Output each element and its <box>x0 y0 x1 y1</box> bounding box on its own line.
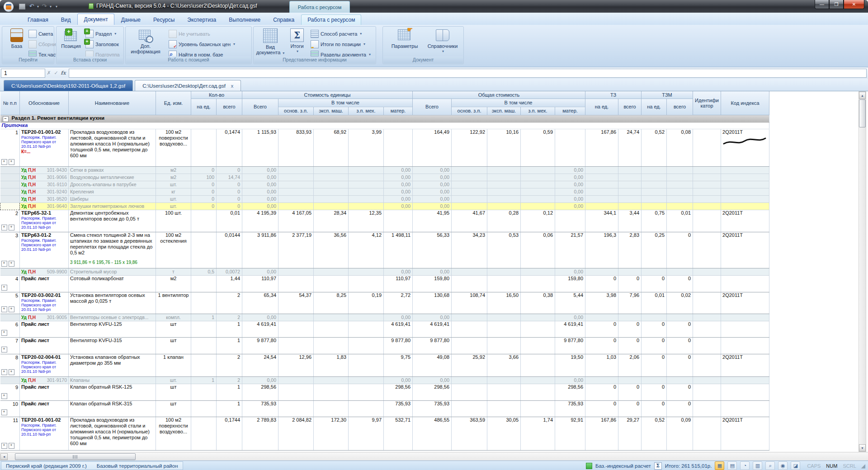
value-cell[interactable]: 21,57 <box>555 232 585 268</box>
value-cell[interactable] <box>349 400 384 417</box>
value-cell[interactable]: 130,68 <box>413 292 452 314</box>
row-number-cell[interactable]: 5++ <box>0 292 20 314</box>
value-cell[interactable]: 0 <box>618 337 642 354</box>
col-header-ucost-vsego[interactable]: Всего <box>242 99 278 115</box>
col-header-tzm[interactable]: ТЗМ <box>642 91 693 99</box>
value-cell[interactable] <box>487 337 521 354</box>
value-cell[interactable] <box>521 188 555 195</box>
ribbon-tab-Справка[interactable]: Справка <box>267 15 300 25</box>
value-cell[interactable] <box>314 195 349 202</box>
value-cell[interactable]: 3,98 <box>585 292 618 314</box>
name-cell[interactable]: Установка клапанов обратных диаметром до… <box>69 354 156 376</box>
value-cell[interactable]: 41,95 <box>413 210 452 232</box>
value-cell[interactable]: 2 084,82 <box>278 417 314 450</box>
value-cell[interactable] <box>487 174 521 181</box>
value-cell[interactable] <box>487 181 521 188</box>
value-cell[interactable]: 0 <box>642 354 667 376</box>
index-code-cell[interactable]: 2Q2011Т <box>721 417 769 450</box>
value-cell[interactable]: 0 <box>667 275 693 292</box>
justification-cell[interactable]: Прайс лист <box>20 321 69 337</box>
section-title[interactable]: −Раздел 1. Ремонт вентиляции кухни <box>0 115 769 122</box>
value-cell[interactable]: 0 <box>618 275 642 292</box>
value-cell[interactable]: 172,30 <box>314 417 349 450</box>
value-cell[interactable] <box>487 400 521 417</box>
value-cell[interactable] <box>384 129 413 166</box>
value-cell[interactable]: 68,92 <box>314 129 349 166</box>
value-cell[interactable]: 0,09 <box>667 417 693 450</box>
value-cell[interactable]: 0 <box>585 337 618 354</box>
resource-row[interactable]: Уд П,Н301-9110Дроссель-клапаны в патрубк… <box>0 181 769 188</box>
expand-icon[interactable]: + <box>9 306 14 312</box>
col-header-tzm-total[interactable]: всего <box>667 99 693 115</box>
horizontal-scroll-thumb[interactable] <box>15 453 136 460</box>
value-cell[interactable] <box>693 181 721 188</box>
value-cell[interactable]: 0,12 <box>521 210 555 232</box>
value-cell[interactable] <box>521 275 555 292</box>
resource-name-cell[interactable]: Крепления <box>69 188 156 195</box>
unit-cell[interactable]: м2 <box>156 275 191 292</box>
ne-uchityvat-button[interactable]: Не учитывать <box>169 29 235 38</box>
value-cell[interactable]: 0 <box>217 202 242 210</box>
value-cell[interactable]: 0,00 <box>384 314 413 321</box>
ribbon-tab-Главная[interactable]: Главная <box>22 15 54 25</box>
value-cell[interactable]: 0,5 <box>191 268 217 275</box>
resource-unit-cell[interactable]: т <box>156 268 191 275</box>
value-cell[interactable]: 0,00 <box>242 202 278 210</box>
value-cell[interactable]: 1 115,93 <box>242 129 278 166</box>
value-cell[interactable]: 9 877,80 <box>555 337 585 354</box>
value-cell[interactable]: 2 789,83 <box>242 417 278 450</box>
index-code-cell[interactable] <box>721 195 769 202</box>
view-hp-icon[interactable]: ▥ <box>753 461 762 470</box>
position-row[interactable]: 10+Прайс листКлапан обратный RSK-315шт17… <box>0 400 769 417</box>
value-cell[interactable]: 24,74 <box>618 129 642 166</box>
value-cell[interactable]: 0,00 <box>384 202 413 210</box>
value-cell[interactable]: 49,08 <box>413 354 452 376</box>
horizontal-scrollbar[interactable]: ◄ <box>0 452 868 461</box>
unit-cell[interactable]: 100 м2 поверхности воздухово... <box>156 129 191 166</box>
value-cell[interactable]: 0 <box>585 384 618 400</box>
value-cell[interactable]: 0,00 <box>555 195 585 202</box>
value-cell[interactable]: 0,00 <box>555 181 585 188</box>
justification-cell[interactable]: ТЕР20-03-002-01Распоряж. Правит. Пермско… <box>20 292 69 314</box>
value-cell[interactable] <box>585 166 618 174</box>
value-cell[interactable]: 1 <box>217 321 242 337</box>
value-cell[interactable] <box>521 195 555 202</box>
value-cell[interactable] <box>521 174 555 181</box>
name-cell[interactable]: Клапан обратный RSK-315 <box>69 400 156 417</box>
expand-icon[interactable]: + <box>1 330 7 336</box>
resource-justification-cell[interactable]: Уд П,Н301-9240 <box>20 188 69 195</box>
row-header-cell[interactable] <box>0 188 20 195</box>
value-cell[interactable] <box>667 181 693 188</box>
value-cell[interactable] <box>349 337 384 354</box>
value-cell[interactable]: 298,56 <box>384 384 413 400</box>
value-cell[interactable]: 0 <box>585 275 618 292</box>
unit-cell[interactable]: шт <box>156 337 191 354</box>
unit-cell[interactable]: шт <box>156 321 191 337</box>
ribbon-tab-Ресурсы[interactable]: Ресурсы <box>147 15 180 25</box>
view-blocks-icon[interactable]: ▤ <box>727 461 737 470</box>
col-header-tcost-incl[interactable]: В том числе <box>452 99 585 107</box>
value-cell[interactable]: 1 498,11 <box>384 232 413 268</box>
col-header-tz-total[interactable]: всего <box>618 99 642 115</box>
value-cell[interactable] <box>278 202 314 210</box>
index-code-cell[interactable] <box>721 376 769 384</box>
value-cell[interactable]: 0,00 <box>413 314 452 321</box>
expand-icon[interactable]: + <box>9 369 14 375</box>
value-cell[interactable] <box>521 321 555 337</box>
scroll-up-icon[interactable]: ▲ <box>859 92 866 99</box>
unit-cell[interactable]: шт <box>156 384 191 400</box>
row-number-cell[interactable]: 10+ <box>0 400 20 417</box>
col-header-qty-per[interactable]: на ед. <box>191 99 217 115</box>
col-header-index-code[interactable]: Код индекса <box>721 91 769 115</box>
ribbon-tab-Данные[interactable]: Данные <box>115 15 146 25</box>
value-cell[interactable] <box>349 314 384 321</box>
row-header-cell[interactable] <box>0 195 20 202</box>
col-header-u-mat[interactable]: матер. <box>384 107 413 115</box>
value-cell[interactable] <box>693 400 721 417</box>
value-cell[interactable]: 0,00 <box>384 376 413 384</box>
value-cell[interactable] <box>618 314 642 321</box>
value-cell[interactable] <box>693 314 721 321</box>
value-cell[interactable]: 735,93 <box>242 400 278 417</box>
index-code-cell[interactable] <box>721 314 769 321</box>
value-cell[interactable] <box>452 337 487 354</box>
